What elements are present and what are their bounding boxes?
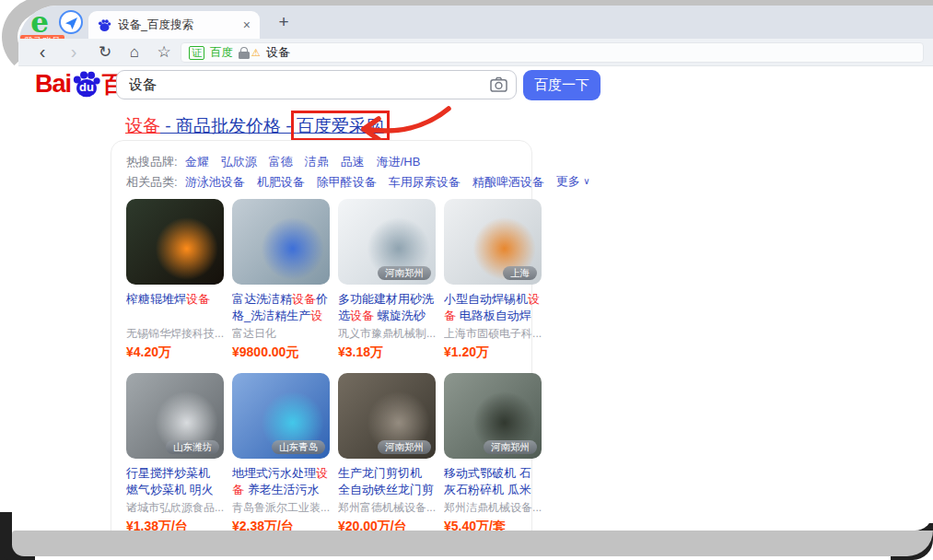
hot-brand-link[interactable]: 品速 xyxy=(341,155,365,169)
location-badge: 上海 xyxy=(503,266,537,280)
screenshot-stage: e 设备_百度搜索 × + 登录账号 ‹ › ↻ ⌂ ☆ 证 百度 ⚠ 设备 xyxy=(0,0,933,560)
highlighted-keyword: 设备 xyxy=(350,309,374,322)
hot-brand-link[interactable]: 洁鼎 xyxy=(305,155,329,169)
product-card[interactable]: 榨糖辊堆焊设备 无锡锦华焊接科技... ¥4.20万 xyxy=(126,199,224,361)
product-seller: 郑州富德机械设备... xyxy=(338,500,436,516)
product-title[interactable]: 榨糖辊堆焊设备 xyxy=(126,291,224,324)
tab-close-icon[interactable]: × xyxy=(243,18,251,32)
product-price: ¥3.18万 xyxy=(338,344,436,361)
site-cert-icon: 证 xyxy=(189,46,204,60)
product-card[interactable]: 上海 小型自动焊锡机设备 电路板自动焊锡... 上海市固硕电子科... ¥1.2… xyxy=(444,199,542,361)
product-image[interactable] xyxy=(232,199,330,285)
product-card[interactable]: 山东青岛 地埋式污水处理设备 养老生活污水处... 青岛鲁派尔工业装... ¥2… xyxy=(232,373,330,531)
send-plane-icon[interactable] xyxy=(59,10,83,34)
baidu-paw-favicon xyxy=(98,18,111,32)
product-card[interactable]: 河南郑州 移动式鄂破机 石灰石粉碎机 瓜米石... 郑州洁鼎机械设备... ¥5… xyxy=(444,373,542,531)
plane-glyph xyxy=(65,18,77,29)
hot-brand-link[interactable]: 海进/HB xyxy=(377,155,421,169)
product-price: ¥1.20万 xyxy=(444,344,542,361)
aicaigou-results-card: 热搜品牌: 金耀弘欣源富德洁鼎品速海进/HB 相关品类: 游泳池设备机肥设备除甲… xyxy=(111,140,532,531)
product-image[interactable]: 上海 xyxy=(444,199,542,285)
product-title[interactable]: 行星搅拌炒菜机 燃气炒菜机 明火爆... xyxy=(126,465,224,498)
frame-gray-bottom xyxy=(12,531,933,556)
address-bar[interactable]: 证 百度 ⚠ 设备 xyxy=(181,42,924,63)
new-tab-button[interactable]: + xyxy=(273,9,295,35)
hot-brands-row: 热搜品牌: 金耀弘欣源富德洁鼎品速海进/HB xyxy=(126,152,517,171)
product-grid: 榨糖辊堆焊设备 无锡锦华焊接科技... ¥4.20万 富达洗洁精设备价格_洗洁精… xyxy=(126,199,517,531)
product-card[interactable]: 富达洗洁精设备价格_洗洁精生产设备... 富达日化 ¥9800.00元 xyxy=(232,199,330,361)
baidu-logo-bai: Bai xyxy=(35,70,71,99)
product-card[interactable]: 河南郑州 多功能建材用砂洗选设备 螺旋洗砂机... 巩义市豫鼎机械制... ¥3… xyxy=(338,199,436,361)
baidu-paw-icon: du xyxy=(72,68,101,99)
category-link[interactable]: 游泳池设备 xyxy=(185,175,245,189)
forward-icon[interactable]: › xyxy=(63,39,85,66)
categories-list: 游泳池设备机肥设备除甲醛设备车用尿素设备精酿啤酒设备 xyxy=(185,172,556,192)
browser-toolbar: ‹ › ↻ ⌂ ☆ 证 百度 ⚠ 设备 xyxy=(18,39,933,66)
category-link[interactable]: 精酿啤酒设备 xyxy=(472,175,544,189)
product-price: ¥1.38万/台 xyxy=(126,519,224,531)
hot-brands-label: 热搜品牌: xyxy=(126,152,178,171)
refresh-icon[interactable]: ↻ xyxy=(94,39,116,66)
browser-window: e 设备_百度搜索 × + 登录账号 ‹ › ↻ ⌂ ☆ 证 百度 ⚠ 设备 xyxy=(18,6,933,531)
home-icon[interactable]: ⌂ xyxy=(123,39,146,66)
product-price: ¥9800.00元 xyxy=(232,344,330,361)
highlighted-keyword: 设备 xyxy=(186,292,210,306)
result-title-boxed-segment[interactable]: 百度爱采购 xyxy=(297,116,384,135)
product-price: ¥5.40万/套 xyxy=(444,519,542,531)
product-price: ¥4.20万 xyxy=(126,344,224,361)
result-title-segment[interactable]: 设备 xyxy=(125,116,160,135)
product-image[interactable] xyxy=(126,199,224,285)
product-image[interactable]: 河南郑州 xyxy=(338,199,436,285)
product-image[interactable]: 河南郑州 xyxy=(338,373,436,459)
back-icon[interactable]: ‹ xyxy=(31,39,53,66)
location-badge: 河南郑州 xyxy=(484,440,537,454)
tab-baidu-search[interactable]: 设备_百度搜索 × xyxy=(88,11,260,39)
chevron-down-icon: ∨ xyxy=(583,176,589,186)
product-card[interactable]: 山东潍坊 行星搅拌炒菜机 燃气炒菜机 明火爆... 诸城市弘欣源食品... ¥1… xyxy=(126,373,224,531)
product-seller: 上海市固硕电子科... xyxy=(444,326,542,342)
product-price: ¥2.38万/台 xyxy=(232,519,330,531)
result-title-segment[interactable]: - 商品批发价格 - xyxy=(160,116,297,135)
location-badge: 河南郑州 xyxy=(378,440,431,454)
camera-icon[interactable] xyxy=(490,76,507,92)
warning-icon: ⚠ xyxy=(251,47,261,59)
url-text: 设备 xyxy=(266,44,290,61)
product-card[interactable]: 河南郑州 生产龙门剪切机 全自动铁丝龙门剪 ... 郑州富德机械设备... ¥2… xyxy=(338,373,436,531)
lock-icon xyxy=(239,46,250,59)
product-title[interactable]: 移动式鄂破机 石灰石粉碎机 瓜米石... xyxy=(444,465,542,498)
search-button[interactable]: 百度一下 xyxy=(523,70,601,100)
product-title[interactable]: 多功能建材用砂洗选设备 螺旋洗砂机... xyxy=(338,291,436,324)
category-link[interactable]: 机肥设备 xyxy=(257,175,305,189)
product-image[interactable]: 山东青岛 xyxy=(232,373,330,459)
product-title[interactable]: 富达洗洁精设备价格_洗洁精生产设备... xyxy=(232,291,330,324)
tab-bar: e 设备_百度搜索 × + xyxy=(18,6,933,39)
product-title[interactable]: 地埋式污水处理设备 养老生活污水处... xyxy=(232,465,330,498)
product-seller: 巩义市豫鼎机械制... xyxy=(338,326,436,342)
product-price: ¥20.00万/台 xyxy=(338,519,436,531)
product-image[interactable]: 河南郑州 xyxy=(444,373,542,459)
product-seller: 郑州洁鼎机械设备... xyxy=(444,500,542,516)
highlighted-keyword: 设备 xyxy=(292,292,316,306)
product-seller: 无锡锦华焊接科技... xyxy=(126,326,224,342)
hot-brand-link[interactable]: 富德 xyxy=(269,155,293,169)
product-title[interactable]: 小型自动焊锡机设备 电路板自动焊锡... xyxy=(444,291,542,324)
product-image[interactable]: 山东潍坊 xyxy=(126,373,224,459)
product-seller: 富达日化 xyxy=(232,326,330,342)
category-link[interactable]: 除甲醛设备 xyxy=(317,175,377,189)
baidu-logo-du: du xyxy=(72,80,101,94)
location-badge: 山东青岛 xyxy=(272,440,325,454)
category-link[interactable]: 车用尿素设备 xyxy=(389,175,461,189)
result-title: 设备 - 商品批发价格 - 百度爱采购 xyxy=(125,114,384,138)
hot-brands-list: 金耀弘欣源富德洁鼎品速海进/HB xyxy=(185,152,433,171)
bookmark-star-icon[interactable]: ☆ xyxy=(153,39,175,66)
location-badge: 山东潍坊 xyxy=(166,440,219,454)
product-title[interactable]: 生产龙门剪切机 全自动铁丝龙门剪 ... xyxy=(338,465,436,498)
categories-label: 相关品类: xyxy=(126,172,178,192)
site-name-label: 百度 xyxy=(210,45,233,61)
categories-row: 相关品类: 游泳池设备机肥设备除甲醛设备车用尿素设备精酿啤酒设备 更多 ∨ xyxy=(126,171,517,192)
more-dropdown[interactable]: 更多 ∨ xyxy=(556,171,590,192)
hot-brand-link[interactable]: 金耀 xyxy=(185,155,209,169)
hot-brand-link[interactable]: 弘欣源 xyxy=(221,155,257,169)
location-badge: 河南郑州 xyxy=(378,266,431,280)
search-input[interactable] xyxy=(116,70,517,99)
